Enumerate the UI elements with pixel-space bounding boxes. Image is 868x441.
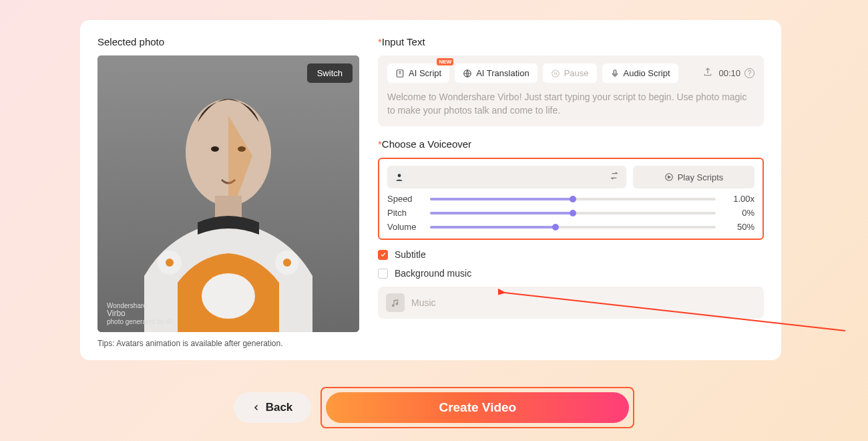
avatar-image <box>97 55 359 332</box>
timecode: 00:10 ? <box>718 68 754 78</box>
script-icon <box>395 69 405 78</box>
create-video-highlight: Create Video <box>320 387 634 428</box>
footer-bar: Back Create Video <box>0 374 868 441</box>
play-scripts-button[interactable]: Play Scripts <box>633 166 754 188</box>
svg-point-14 <box>398 174 401 178</box>
pitch-slider[interactable]: Pitch 0% <box>387 208 754 218</box>
pause-icon <box>551 69 560 78</box>
bgm-toggle[interactable]: Background music <box>378 268 764 279</box>
music-picker[interactable]: Music <box>378 287 764 319</box>
switch-button[interactable]: Switch <box>307 63 353 83</box>
checkbox-on-icon <box>378 250 388 260</box>
svg-point-3 <box>202 273 255 319</box>
input-text-label: *Input Text <box>378 36 764 47</box>
voice-avatar-icon <box>391 169 407 185</box>
audio-script-button[interactable]: Audio Script <box>602 63 678 83</box>
voiceover-panel: Play Scripts Speed 1.00x Pitch 0% Volume <box>378 158 764 240</box>
volume-slider[interactable]: Volume 50% <box>387 222 754 232</box>
export-icon[interactable] <box>702 67 713 80</box>
svg-point-6 <box>166 259 174 267</box>
svg-point-7 <box>283 259 291 267</box>
script-toolbar: AI Script NEW AI Translation Pause Audio… <box>387 63 754 83</box>
selected-photo-preview: Switch Wondershare Virbo photo generated… <box>97 55 359 332</box>
right-column: *Input Text AI Script NEW AI Translation <box>378 36 764 348</box>
swap-icon <box>609 170 620 184</box>
left-column: Selected photo <box>97 36 359 348</box>
svg-point-8 <box>211 146 219 152</box>
watermark-sub: photo generated by AI <box>107 318 172 325</box>
tips-text: Tips: Avatars animation is available aft… <box>97 339 359 348</box>
watermark: Wondershare Virbo photo generated by AI <box>107 302 172 325</box>
subtitle-toggle[interactable]: Subtitle <box>378 249 764 260</box>
create-video-button[interactable]: Create Video <box>326 392 629 423</box>
svg-rect-2 <box>215 196 242 218</box>
chevron-left-icon <box>252 404 260 412</box>
play-icon <box>664 172 674 182</box>
translate-icon <box>463 69 472 78</box>
help-icon[interactable]: ? <box>744 68 754 78</box>
voice-picker[interactable] <box>387 166 626 188</box>
selected-photo-label: Selected photo <box>97 36 359 47</box>
music-icon <box>386 293 405 312</box>
svg-rect-13 <box>614 69 616 74</box>
svg-point-12 <box>552 69 559 77</box>
speed-slider[interactable]: Speed 1.00x <box>387 194 754 204</box>
pause-button[interactable]: Pause <box>543 63 597 83</box>
ai-script-button[interactable]: AI Script NEW <box>387 63 449 83</box>
voiceover-label: *Choose a Voiceover <box>378 138 764 150</box>
ai-translation-button[interactable]: AI Translation <box>455 63 537 83</box>
main-card: Selected photo <box>80 20 781 360</box>
back-button[interactable]: Back <box>234 392 312 423</box>
script-textarea[interactable]: Welcome to Wondershare Virbo! Just start… <box>387 91 754 117</box>
input-text-panel: AI Script NEW AI Translation Pause Audio… <box>378 55 764 126</box>
checkbox-off-icon <box>378 269 388 279</box>
new-badge: NEW <box>437 58 453 65</box>
mic-icon <box>610 69 620 78</box>
watermark-brand: Virbo <box>107 309 172 318</box>
